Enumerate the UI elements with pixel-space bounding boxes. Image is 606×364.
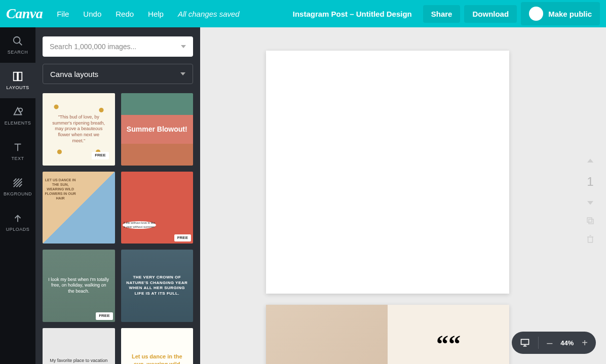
- svg-marker-14: [587, 159, 593, 163]
- svg-marker-15: [587, 201, 593, 205]
- page-up-icon[interactable]: [586, 156, 595, 166]
- svg-line-12: [19, 184, 22, 187]
- template-thumb[interactable]: LET US DANCE IN THE SUN, WEARING WILD FL…: [43, 172, 115, 244]
- tool-elements[interactable]: ELEMENTS: [0, 98, 35, 134]
- free-badge: FREE: [96, 312, 112, 319]
- document-title[interactable]: Instagram Post – Untitled Design: [293, 10, 412, 18]
- page-number: 1: [587, 175, 593, 189]
- canvas-page-1[interactable]: [266, 51, 509, 294]
- share-button[interactable]: Share: [423, 5, 461, 23]
- page-controls: 1: [586, 156, 595, 244]
- logo: Canva: [6, 6, 43, 22]
- tool-background[interactable]: BKGROUND: [0, 169, 35, 205]
- zoom-value[interactable]: 44%: [560, 339, 574, 347]
- svg-rect-21: [521, 339, 529, 344]
- tool-search[interactable]: SEARCH: [0, 27, 35, 63]
- page-down-icon[interactable]: [586, 198, 595, 207]
- zoom-bar: – 44% +: [512, 332, 596, 354]
- top-bar: Canva File Undo Redo Help All changes sa…: [0, 0, 606, 27]
- svg-point-0: [14, 37, 20, 44]
- svg-rect-18: [588, 237, 593, 242]
- search-placeholder: Search 1,000,000 images...: [50, 43, 136, 51]
- zoom-in-button[interactable]: +: [582, 337, 588, 349]
- tool-text[interactable]: TEXT: [0, 134, 35, 169]
- layouts-dropdown[interactable]: Canva layouts: [43, 64, 193, 84]
- dropdown-label: Canva layouts: [50, 70, 98, 78]
- layouts-icon: [12, 71, 23, 82]
- upload-icon: [12, 213, 23, 224]
- svg-marker-4: [14, 108, 22, 115]
- menu-file[interactable]: File: [57, 10, 69, 18]
- delete-page-icon[interactable]: [586, 234, 595, 244]
- canvas-area[interactable]: ““ 1 – 44% +: [200, 27, 606, 364]
- svg-rect-2: [14, 72, 17, 81]
- free-badge: FREE: [92, 152, 108, 159]
- quote-mark: ““: [388, 305, 509, 364]
- template-thumb[interactable]: My favorite place to vacation is anyplac…: [43, 328, 115, 365]
- search-icon: [12, 35, 23, 47]
- svg-line-11: [16, 181, 22, 187]
- svg-rect-17: [587, 218, 592, 222]
- canvas-page-2[interactable]: ““: [266, 305, 509, 364]
- template-grid: "This bud of love, by summer's ripening …: [43, 93, 193, 364]
- template-thumb[interactable]: A life without love is like a year witho…: [121, 172, 194, 244]
- save-status: All changes saved: [178, 10, 240, 18]
- copy-page-icon[interactable]: [586, 216, 595, 225]
- side-panel: Search 1,000,000 images... Canva layouts…: [35, 27, 200, 364]
- chevron-down-icon: [180, 72, 185, 75]
- main-menu: File Undo Redo Help: [57, 10, 164, 18]
- template-thumb[interactable]: I look my best when I'm totally free, on…: [43, 250, 115, 322]
- avatar-icon: [529, 7, 543, 21]
- search-input[interactable]: Search 1,000,000 images...: [43, 36, 193, 57]
- svg-line-9: [14, 179, 19, 184]
- template-thumb[interactable]: THE VERY CROWN OF NATURE'S CHANGING YEAR…: [121, 250, 194, 322]
- download-button[interactable]: Download: [464, 5, 517, 23]
- menu-help[interactable]: Help: [148, 10, 164, 18]
- menu-redo[interactable]: Redo: [116, 10, 134, 18]
- zoom-out-button[interactable]: –: [547, 337, 552, 349]
- tool-layouts[interactable]: LAYOUTS: [0, 63, 35, 98]
- chevron-down-icon: [181, 45, 186, 48]
- svg-line-8: [14, 179, 17, 182]
- page-image: [266, 305, 388, 364]
- menu-undo[interactable]: Undo: [83, 10, 101, 18]
- background-icon: [12, 177, 23, 188]
- svg-rect-16: [589, 219, 593, 224]
- template-thumb[interactable]: Let us dance in the sun, wearing wild fl…: [121, 328, 194, 365]
- tool-uploads[interactable]: UPLOADS: [0, 205, 35, 240]
- template-thumb[interactable]: "This bud of love, by summer's ripening …: [43, 93, 115, 166]
- svg-line-1: [19, 43, 22, 46]
- make-public-button[interactable]: Make public: [521, 2, 600, 25]
- text-icon: [12, 142, 23, 153]
- template-thumb[interactable]: Summer Blowout!: [121, 93, 194, 166]
- svg-rect-3: [18, 72, 22, 81]
- tool-rail: SEARCH LAYOUTS ELEMENTS TEXT BKGROUND UP…: [0, 27, 35, 364]
- make-public-label: Make public: [548, 10, 592, 18]
- free-badge: FREE: [174, 234, 191, 241]
- present-icon[interactable]: [520, 338, 530, 348]
- elements-icon: [12, 106, 23, 117]
